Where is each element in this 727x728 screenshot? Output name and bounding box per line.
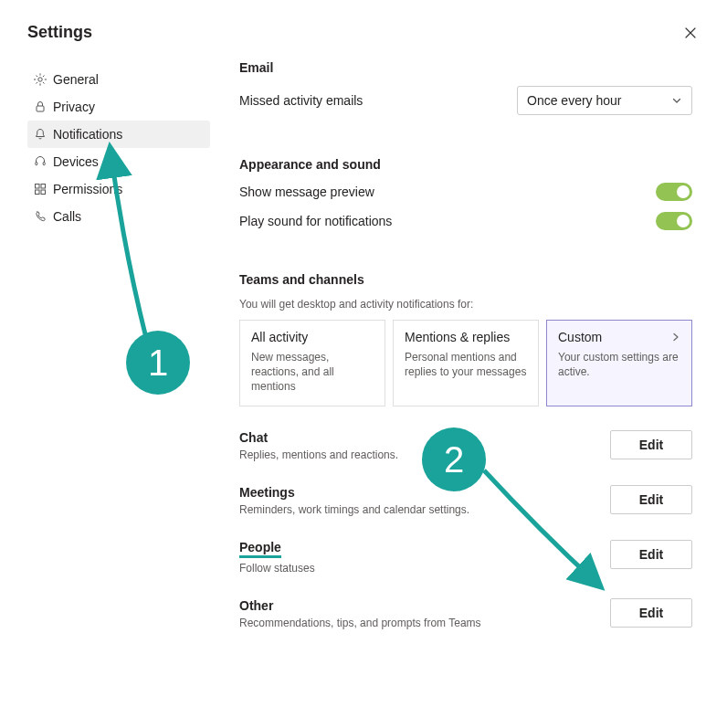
card-all-activity[interactable]: All activity New messages, reactions, an… [239,320,385,406]
section-heading-email: Email [239,60,692,75]
group-people: People Follow statuses Edit [239,540,692,575]
card-desc: New messages, reactions, and all mention… [251,350,374,395]
bell-icon [27,127,53,142]
group-title-people: People [239,540,281,558]
svg-point-0 [38,78,42,81]
settings-content: Email Missed activity emails Once every … [210,60,700,710]
sidebar-item-label: Privacy [53,100,95,114]
sidebar-item-label: Permissions [53,182,122,196]
show-preview-label: Show message preview [239,185,374,199]
group-title-meetings: Meetings [239,485,599,500]
close-button[interactable] [681,24,700,42]
group-meetings: Meetings Reminders, work timings and cal… [239,485,692,516]
apps-icon [27,182,53,196]
group-desc-meetings: Reminders, work timings and calendar set… [239,503,599,516]
card-desc: Your custom settings are active. [558,350,680,379]
card-title: Custom [558,330,602,344]
group-chat: Chat Replies, mentions and reactions. Ed… [239,430,692,461]
card-title: All activity [251,330,308,344]
group-desc-people: Follow statuses [239,562,599,575]
section-heading-appearance: Appearance and sound [239,157,692,172]
svg-rect-1 [37,106,44,111]
svg-rect-7 [41,190,46,195]
svg-rect-2 [36,163,37,165]
edit-button-people[interactable]: Edit [610,540,692,569]
edit-button-chat[interactable]: Edit [610,430,692,459]
group-desc-other: Recommendations, tips, and prompts from … [239,617,599,629]
sidebar: General Privacy Notifications Devices [27,60,210,710]
card-mentions-replies[interactable]: Mentions & replies Personal mentions and… [393,320,539,406]
sidebar-item-devices[interactable]: Devices [27,148,210,175]
sidebar-item-label: Calls [53,209,81,224]
sidebar-item-label: Devices [53,154,99,169]
card-custom[interactable]: Custom Your custom settings are active. [546,320,692,406]
sidebar-item-calls[interactable]: Calls [27,203,210,230]
select-value: Once every hour [527,93,622,108]
sidebar-item-notifications[interactable]: Notifications [27,121,210,148]
gear-icon [27,72,53,87]
group-title-chat: Chat [239,430,599,445]
section-heading-teams: Teams and channels [239,272,692,287]
svg-rect-5 [41,185,46,189]
chevron-right-icon [671,332,680,342]
missed-activity-select[interactable]: Once every hour [517,86,692,115]
teams-subtext: You will get desktop and activity notifi… [239,298,692,311]
svg-rect-4 [36,185,40,189]
sidebar-item-general[interactable]: General [27,66,210,93]
group-other: Other Recommendations, tips, and prompts… [239,598,692,629]
svg-rect-6 [36,190,40,195]
svg-rect-3 [43,163,45,165]
missed-activity-label: Missed activity emails [239,93,363,108]
sidebar-item-label: General [53,72,99,87]
lock-icon [27,100,53,114]
page-title: Settings [27,23,92,42]
card-desc: Personal mentions and replies to your me… [405,350,527,379]
show-preview-toggle[interactable] [656,183,692,201]
sidebar-item-privacy[interactable]: Privacy [27,93,210,121]
play-sound-label: Play sound for notifications [239,214,392,228]
sidebar-item-permissions[interactable]: Permissions [27,175,210,203]
group-desc-chat: Replies, mentions and reactions. [239,448,599,461]
play-sound-toggle[interactable] [656,212,692,230]
sidebar-item-label: Notifications [53,127,122,142]
phone-icon [27,209,53,224]
headset-icon [27,154,53,169]
group-title-other: Other [239,598,599,613]
edit-button-other[interactable]: Edit [610,598,692,628]
chevron-down-icon [671,95,682,106]
card-title: Mentions & replies [405,330,510,344]
edit-button-meetings[interactable]: Edit [610,485,692,514]
